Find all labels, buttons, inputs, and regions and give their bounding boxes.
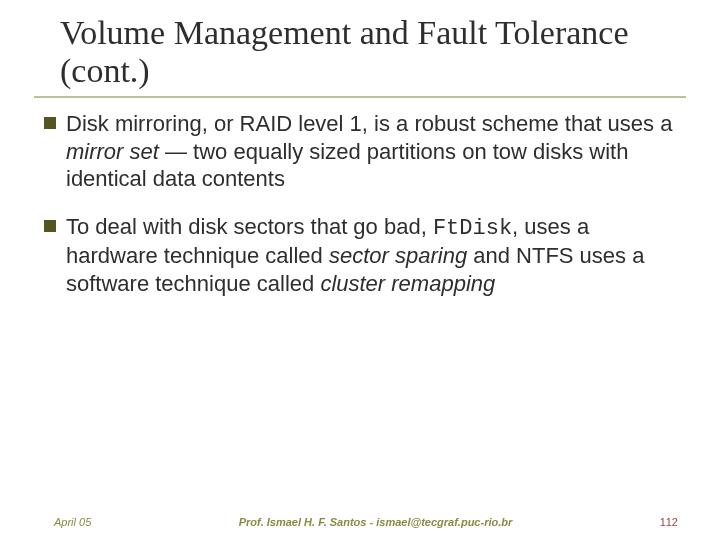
text-italic: cluster remapping (320, 271, 495, 296)
footer-author: Prof. Ismael H. F. Santos - ismael@tecgr… (239, 516, 513, 528)
footer-date: April 05 (54, 516, 91, 528)
slide-title: Volume Management and Fault Tolerance (c… (60, 14, 680, 90)
title-area: Volume Management and Fault Tolerance (c… (0, 0, 720, 90)
footer: April 05 Prof. Ismael H. F. Santos - ism… (0, 516, 720, 528)
footer-page-number: 112 (660, 516, 678, 528)
square-bullet-icon (44, 117, 56, 129)
content-area: Disk mirroring, or RAID level 1, is a ro… (0, 98, 720, 297)
slide: Volume Management and Fault Tolerance (c… (0, 0, 720, 540)
text-run: To deal with disk sectors that go bad, (66, 214, 433, 239)
title-underline (34, 96, 686, 98)
text-run: Disk mirroring, or RAID level 1, is a ro… (66, 111, 672, 136)
bullet-item: Disk mirroring, or RAID level 1, is a ro… (44, 110, 676, 193)
bullet-text: Disk mirroring, or RAID level 1, is a ro… (66, 110, 676, 193)
text-italic: mirror set (66, 139, 159, 164)
square-bullet-icon (44, 220, 56, 232)
text-monospace: FtDisk (433, 216, 512, 241)
bullet-text: To deal with disk sectors that go bad, F… (66, 213, 676, 298)
text-italic: sector sparing (329, 243, 467, 268)
bullet-item: To deal with disk sectors that go bad, F… (44, 213, 676, 298)
